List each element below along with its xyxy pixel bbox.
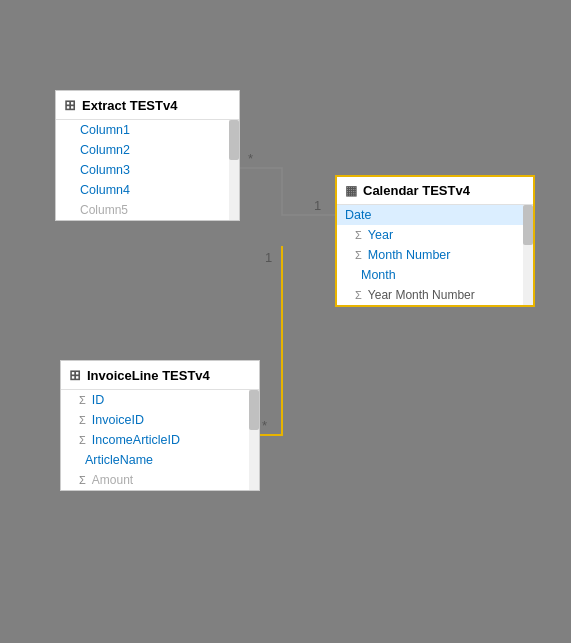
sigma-icon: Σ: [355, 289, 362, 301]
extract-calendar-to-label: 1: [314, 198, 321, 213]
invoiceline-table-header: ⊞ InvoiceLine TESTv4: [61, 361, 259, 390]
list-item[interactable]: Column2: [56, 140, 239, 160]
sigma-icon: Σ: [79, 434, 86, 446]
list-item[interactable]: Month: [337, 265, 533, 285]
sigma-icon: Σ: [79, 474, 86, 486]
list-item[interactable]: ArticleName: [61, 450, 259, 470]
list-item[interactable]: Σ ID: [61, 390, 259, 410]
calendar-table-header: ▦ Calendar TESTv4: [337, 177, 533, 205]
invoiceline-table-body: Σ ID Σ InvoiceID Σ IncomeArticleID Artic…: [61, 390, 259, 490]
list-item[interactable]: Σ InvoiceID: [61, 410, 259, 430]
list-item[interactable]: Σ Month Number: [337, 245, 533, 265]
calendar-invoiceline-from-label: 1: [265, 250, 272, 265]
extract-table-title: Extract TESTv4: [82, 98, 177, 113]
invoiceline-scrollbar-thumb: [249, 390, 259, 430]
extract-scrollbar-thumb: [229, 120, 239, 160]
extract-scrollbar[interactable]: [229, 120, 239, 220]
extract-table[interactable]: ⊞ Extract TESTv4 Column1 Column2 Column3…: [55, 90, 240, 221]
invoiceline-scrollbar[interactable]: [249, 390, 259, 490]
calendar-scrollbar-thumb: [523, 205, 533, 245]
sigma-icon: Σ: [355, 229, 362, 241]
calendar-table-icon: ▦: [345, 183, 357, 198]
extract-table-header: ⊞ Extract TESTv4: [56, 91, 239, 120]
list-item[interactable]: Column3: [56, 160, 239, 180]
invoiceline-table-icon: ⊞: [69, 367, 81, 383]
list-item[interactable]: Σ Year: [337, 225, 533, 245]
list-item[interactable]: Date: [337, 205, 533, 225]
extract-calendar-from-label: *: [248, 151, 253, 166]
calendar-table-title: Calendar TESTv4: [363, 183, 470, 198]
sigma-icon: Σ: [355, 249, 362, 261]
extract-table-icon: ⊞: [64, 97, 76, 113]
list-item[interactable]: Σ IncomeArticleID: [61, 430, 259, 450]
sigma-icon: Σ: [79, 414, 86, 426]
list-item[interactable]: Σ Year Month Number: [337, 285, 533, 305]
extract-calendar-line: [240, 168, 335, 215]
sigma-icon: Σ: [79, 394, 86, 406]
calendar-table[interactable]: ▦ Calendar TESTv4 Date Σ Year Σ Month Nu…: [335, 175, 535, 307]
list-item[interactable]: Column4: [56, 180, 239, 200]
list-item[interactable]: Σ Amount: [61, 470, 259, 490]
list-item[interactable]: Column5: [56, 200, 239, 220]
calendar-invoiceline-to-label: *: [262, 418, 267, 433]
invoiceline-table-title: InvoiceLine TESTv4: [87, 368, 210, 383]
calendar-table-body: Date Σ Year Σ Month Number Month Σ Year …: [337, 205, 533, 305]
calendar-scrollbar[interactable]: [523, 205, 533, 305]
list-item[interactable]: Column1: [56, 120, 239, 140]
invoiceline-table[interactable]: ⊞ InvoiceLine TESTv4 Σ ID Σ InvoiceID Σ …: [60, 360, 260, 491]
extract-table-body: Column1 Column2 Column3 Column4 Column5: [56, 120, 239, 220]
